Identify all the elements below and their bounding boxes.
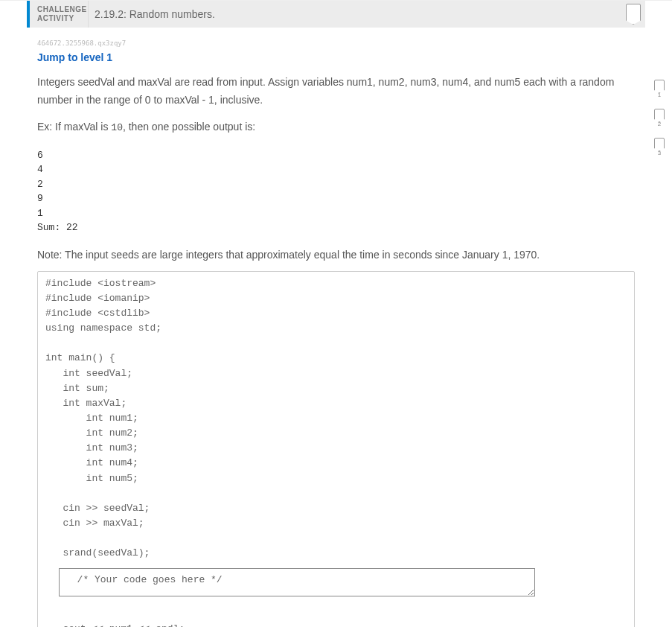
prompt-suffix: , then one possible output is: <box>123 121 255 133</box>
level-marker-icon[interactable] <box>654 80 665 93</box>
label-line2: ACTIVITY <box>37 14 74 22</box>
prompt-value: 10 <box>111 122 123 133</box>
prompt-prefix: Ex: If maxVal is <box>37 121 111 133</box>
level-marker-icon[interactable] <box>654 109 665 122</box>
label-line1: CHALLENGE <box>37 5 87 13</box>
jump-to-level-link[interactable]: Jump to level 1 <box>27 50 645 74</box>
challenge-header: CHALLENGE ACTIVITY 2.19.2: Random number… <box>27 1 645 28</box>
note-text: Note: The input seeds are large integers… <box>27 243 645 271</box>
code-before: #include <iostream> #include <iomanip> #… <box>38 272 634 566</box>
code-editor: #include <iostream> #include <iomanip> #… <box>37 271 635 627</box>
level-marker-icon[interactable] <box>654 138 665 151</box>
challenge-title: 2.19.2: Random numbers. <box>88 1 215 28</box>
challenge-label: CHALLENGE ACTIVITY <box>30 2 88 26</box>
level-markers: 1 2 3 <box>654 80 665 156</box>
bookmark-icon[interactable] <box>626 4 641 25</box>
code-after: cout << num1 << endl; cout << num2 << en… <box>38 602 634 627</box>
prompt-text: Integers seedVal and maxVal are read fro… <box>27 74 645 136</box>
hash-id: 464672.3255968.qx3zqy7 <box>27 35 645 50</box>
sample-output: 6 4 2 9 1 Sum: 22 <box>27 145 645 243</box>
prompt-paragraph-1: Integers seedVal and maxVal are read fro… <box>37 74 635 109</box>
prompt-paragraph-2: Ex: If maxVal is 10, then one possible o… <box>37 118 635 136</box>
user-code-input[interactable] <box>59 568 535 596</box>
